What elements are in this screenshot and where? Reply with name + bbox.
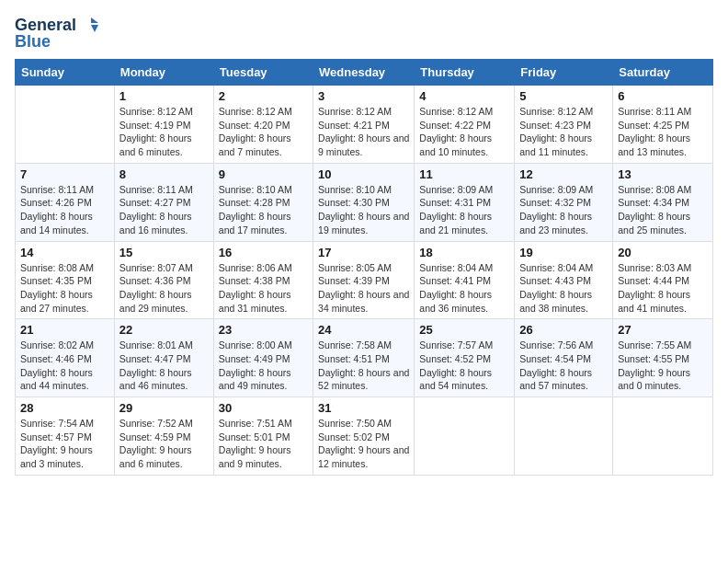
day-info: Sunrise: 8:12 AM Sunset: 4:21 PM Dayligh… <box>318 105 409 159</box>
day-number: 15 <box>119 246 209 259</box>
day-info: Sunrise: 8:02 AM Sunset: 4:46 PM Dayligh… <box>20 339 109 393</box>
sunrise-text: Sunrise: 7:57 AM <box>419 339 493 350</box>
day-info: Sunrise: 8:04 AM Sunset: 4:41 PM Dayligh… <box>419 261 509 316</box>
sunrise-text: Sunrise: 8:10 AM <box>219 184 292 195</box>
calendar-cell: 19 Sunrise: 8:04 AM Sunset: 4:43 PM Dayl… <box>515 241 613 319</box>
week-row-1: 7 Sunrise: 8:11 AM Sunset: 4:26 PM Dayli… <box>16 163 713 241</box>
daylight-text: Daylight: 8 hours and 9 minutes. <box>318 132 409 157</box>
sunrise-text: Sunrise: 8:04 AM <box>519 262 593 273</box>
weekday-header-friday: Friday <box>515 60 613 86</box>
sunrise-text: Sunrise: 7:54 AM <box>20 418 94 429</box>
calendar-cell: 13 Sunrise: 8:08 AM Sunset: 4:34 PM Dayl… <box>613 163 713 241</box>
day-info: Sunrise: 8:04 AM Sunset: 4:43 PM Dayligh… <box>519 261 608 316</box>
daylight-text: Daylight: 8 hours and 7 minutes. <box>219 132 291 157</box>
sunrise-text: Sunrise: 7:50 AM <box>318 418 392 429</box>
day-info: Sunrise: 8:12 AM Sunset: 4:20 PM Dayligh… <box>219 105 308 159</box>
day-number: 19 <box>519 246 608 259</box>
calendar-cell <box>613 397 713 476</box>
calendar-table: SundayMondayTuesdayWednesdayThursdayFrid… <box>15 59 713 476</box>
calendar-cell: 10 Sunrise: 8:10 AM Sunset: 4:30 PM Dayl… <box>313 163 415 241</box>
day-info: Sunrise: 8:09 AM Sunset: 4:32 PM Dayligh… <box>519 183 608 237</box>
sunrise-text: Sunrise: 7:58 AM <box>318 339 392 350</box>
day-number: 21 <box>20 323 109 337</box>
day-number: 29 <box>119 401 209 415</box>
sunset-text: Sunset: 4:25 PM <box>618 120 689 131</box>
calendar-cell: 9 Sunrise: 8:10 AM Sunset: 4:28 PM Dayli… <box>213 163 313 241</box>
sunset-text: Sunset: 4:35 PM <box>20 275 92 286</box>
sunset-text: Sunset: 4:19 PM <box>119 120 191 131</box>
calendar-cell: 14 Sunrise: 8:08 AM Sunset: 4:35 PM Dayl… <box>16 241 115 319</box>
day-info: Sunrise: 7:57 AM Sunset: 4:52 PM Dayligh… <box>419 339 509 393</box>
sunrise-text: Sunrise: 7:56 AM <box>519 339 593 350</box>
day-number: 23 <box>219 323 308 337</box>
calendar-cell: 23 Sunrise: 8:00 AM Sunset: 4:49 PM Dayl… <box>213 319 313 397</box>
daylight-text: Daylight: 8 hours and 14 minutes. <box>20 211 93 236</box>
daylight-text: Daylight: 9 hours and 9 minutes. <box>219 444 291 469</box>
calendar-cell <box>515 397 613 476</box>
day-info: Sunrise: 7:55 AM Sunset: 4:55 PM Dayligh… <box>618 339 708 393</box>
calendar-cell <box>16 86 115 164</box>
daylight-text: Daylight: 8 hours and 16 minutes. <box>119 211 192 236</box>
sunrise-text: Sunrise: 8:11 AM <box>20 184 94 195</box>
calendar-cell: 15 Sunrise: 8:07 AM Sunset: 4:36 PM Dayl… <box>114 241 213 319</box>
sunset-text: Sunset: 4:28 PM <box>219 197 290 208</box>
sunset-text: Sunset: 4:59 PM <box>119 431 191 442</box>
day-number: 27 <box>618 323 708 337</box>
day-number: 7 <box>20 167 109 181</box>
day-info: Sunrise: 8:05 AM Sunset: 4:39 PM Dayligh… <box>318 261 409 316</box>
logo-blue: Blue <box>15 33 51 50</box>
weekday-header-monday: Monday <box>114 60 213 86</box>
sunrise-text: Sunrise: 8:12 AM <box>419 106 493 117</box>
day-info: Sunrise: 8:08 AM Sunset: 4:34 PM Dayligh… <box>618 183 708 237</box>
calendar-cell: 22 Sunrise: 8:01 AM Sunset: 4:47 PM Dayl… <box>114 319 213 397</box>
day-number: 31 <box>318 401 409 415</box>
calendar-cell: 2 Sunrise: 8:12 AM Sunset: 4:20 PM Dayli… <box>213 86 313 164</box>
sunset-text: Sunset: 4:27 PM <box>119 197 191 208</box>
day-number: 11 <box>419 167 509 181</box>
day-number: 4 <box>419 89 509 103</box>
header: General Blue <box>15 15 713 50</box>
logo-general: General <box>15 17 76 33</box>
weekday-header-sunday: Sunday <box>16 60 115 86</box>
sunrise-text: Sunrise: 8:02 AM <box>20 339 94 350</box>
sunrise-text: Sunrise: 7:52 AM <box>119 418 193 429</box>
day-number: 16 <box>219 246 308 259</box>
sunset-text: Sunset: 4:51 PM <box>318 353 390 364</box>
daylight-text: Daylight: 9 hours and 12 minutes. <box>318 444 409 469</box>
day-number: 1 <box>119 89 209 103</box>
weekday-header-saturday: Saturday <box>613 60 713 86</box>
sunrise-text: Sunrise: 8:00 AM <box>219 339 292 350</box>
sunrise-text: Sunrise: 7:51 AM <box>219 418 292 429</box>
sunset-text: Sunset: 4:23 PM <box>519 120 591 131</box>
sunset-text: Sunset: 4:38 PM <box>219 275 290 286</box>
sunset-text: Sunset: 4:36 PM <box>119 275 191 286</box>
day-number: 17 <box>318 246 409 259</box>
sunset-text: Sunset: 4:39 PM <box>318 275 390 286</box>
sunrise-text: Sunrise: 8:05 AM <box>318 262 392 273</box>
sunrise-text: Sunrise: 8:08 AM <box>618 184 691 195</box>
daylight-text: Daylight: 8 hours and 27 minutes. <box>20 289 93 314</box>
week-row-4: 28 Sunrise: 7:54 AM Sunset: 4:57 PM Dayl… <box>16 397 713 476</box>
daylight-text: Daylight: 8 hours and 17 minutes. <box>219 211 291 236</box>
daylight-text: Daylight: 8 hours and 54 minutes. <box>419 367 492 392</box>
daylight-text: Daylight: 8 hours and 38 minutes. <box>519 289 592 314</box>
sunset-text: Sunset: 4:22 PM <box>419 120 491 131</box>
day-info: Sunrise: 8:06 AM Sunset: 4:38 PM Dayligh… <box>219 261 308 316</box>
day-info: Sunrise: 7:50 AM Sunset: 5:02 PM Dayligh… <box>318 417 409 471</box>
daylight-text: Daylight: 8 hours and 49 minutes. <box>219 367 291 392</box>
day-info: Sunrise: 8:01 AM Sunset: 4:47 PM Dayligh… <box>119 339 209 393</box>
calendar-cell: 7 Sunrise: 8:11 AM Sunset: 4:26 PM Dayli… <box>16 163 115 241</box>
sunset-text: Sunset: 4:57 PM <box>20 431 92 442</box>
logo-bird-icon <box>78 15 98 35</box>
sunset-text: Sunset: 4:34 PM <box>618 197 689 208</box>
sunrise-text: Sunrise: 8:12 AM <box>519 106 593 117</box>
day-info: Sunrise: 8:03 AM Sunset: 4:44 PM Dayligh… <box>618 261 708 316</box>
sunrise-text: Sunrise: 7:55 AM <box>618 339 691 350</box>
sunset-text: Sunset: 4:49 PM <box>219 353 290 364</box>
daylight-text: Daylight: 8 hours and 29 minutes. <box>119 289 192 314</box>
daylight-text: Daylight: 9 hours and 3 minutes. <box>20 444 93 469</box>
day-number: 20 <box>618 246 708 259</box>
sunrise-text: Sunrise: 8:08 AM <box>20 262 94 273</box>
daylight-text: Daylight: 8 hours and 46 minutes. <box>119 367 192 392</box>
calendar-cell: 28 Sunrise: 7:54 AM Sunset: 4:57 PM Dayl… <box>16 397 115 476</box>
